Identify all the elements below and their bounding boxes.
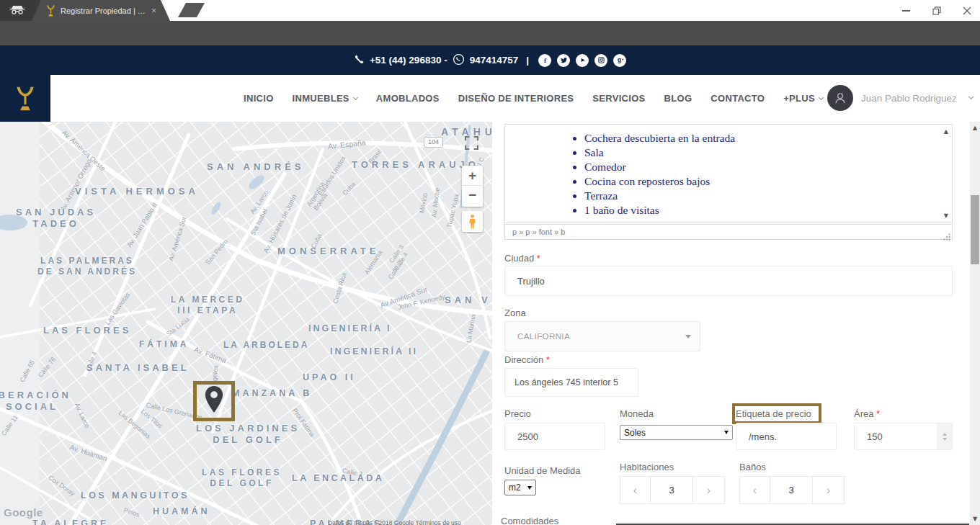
- unidad-medida-label: Unidad de Medida: [504, 465, 581, 476]
- map-area-label: SAN ANDRÉS: [207, 161, 304, 173]
- nav-item-inmuebles[interactable]: INMUEBLES: [293, 93, 357, 104]
- habitaciones-increment-button[interactable]: ›: [692, 476, 725, 504]
- direccion-input[interactable]: [504, 368, 638, 397]
- zoom-in-button[interactable]: +: [462, 166, 483, 186]
- nav-item-contacto[interactable]: CONTACTO: [710, 93, 765, 104]
- map-area-label: LOS MANGUITOS: [81, 490, 190, 502]
- window-restore-button[interactable]: [929, 4, 945, 17]
- svg-text:f: f: [544, 57, 547, 64]
- editor-list-item: Comedor: [584, 160, 952, 174]
- map-area-label: LAS FLORES: [43, 325, 131, 336]
- ciudad-input[interactable]: [504, 266, 953, 296]
- tab-title: Registrar Propiedad | INM: [61, 6, 146, 15]
- map-area-label: UPAO II: [303, 372, 356, 384]
- map-area-label: FÁTIMA: [139, 339, 189, 350]
- nav-item--plus[interactable]: +PLUS: [783, 93, 823, 104]
- nav-item-servicios[interactable]: SERVICIOS: [592, 93, 645, 104]
- number-spinner[interactable]: [937, 423, 952, 449]
- scrollbar-up-icon[interactable]: ▲: [970, 125, 980, 131]
- user-menu[interactable]: Juan Pablo Rodriguez: [827, 85, 973, 111]
- zona-select[interactable]: CALIFORNIA: [504, 321, 700, 351]
- nav-item-amoblados[interactable]: AMOBLADOS: [376, 93, 440, 104]
- facebook-icon[interactable]: f: [538, 54, 551, 67]
- editor-list-item: 1 baño de visitas: [584, 203, 952, 217]
- etiqueta-precio-input[interactable]: [736, 423, 837, 450]
- map-area-label: TORRES ARAUJO: [352, 159, 479, 171]
- tab-close-icon[interactable]: ×: [151, 6, 156, 15]
- map-area-label: LA ENCALADA: [292, 473, 384, 485]
- svg-text:+: +: [621, 57, 623, 61]
- whatsapp-icon: [453, 53, 465, 68]
- google-watermark: Google: [4, 506, 43, 519]
- banos-stepper: ‹ 3 ›: [739, 476, 845, 504]
- chevron-down-icon: [353, 94, 358, 99]
- editor-scroll-up-icon[interactable]: ▲: [944, 128, 948, 135]
- scrollbar-thumb[interactable]: [971, 195, 979, 264]
- twitter-icon[interactable]: [557, 54, 570, 67]
- map-area-label: IBERACIÓN SOCIAL: [0, 390, 71, 413]
- fullscreen-icon[interactable]: [465, 136, 479, 151]
- banos-label: Baños: [739, 462, 766, 472]
- map-area-label: LOS JARDINES DEL GOLF: [196, 423, 300, 447]
- googleplus-icon[interactable]: g+: [613, 54, 626, 67]
- topbar-separator: |: [526, 55, 529, 66]
- scrollbar-down-icon[interactable]: ▼: [970, 516, 980, 522]
- nav-item-dise-o-de-interiores[interactable]: DISEÑO DE INTERIORES: [458, 93, 574, 104]
- map-area-label: TA ALEGRE: [32, 519, 109, 525]
- banos-increment-button[interactable]: ›: [812, 476, 845, 504]
- map-area-label: LAS FLORES DEL GOLF: [202, 467, 282, 489]
- direccion-label: Dirección *: [504, 354, 550, 365]
- select-caret-icon: [724, 431, 729, 434]
- map-canvas[interactable]: Av. América OesteAv. Antenor OrregoAv. E…: [0, 122, 492, 525]
- banos-value: 3: [770, 476, 813, 504]
- habitaciones-decrement-button[interactable]: ‹: [620, 476, 651, 504]
- editor-list-item: Terraza: [584, 189, 952, 203]
- area-label: Área *: [854, 408, 880, 419]
- habitaciones-stepper: ‹ 3 ›: [620, 476, 725, 504]
- whatsapp-number[interactable]: 947414757: [470, 55, 519, 66]
- incognito-icon: [9, 4, 26, 17]
- map-area-label: MONSERRATE: [277, 246, 379, 257]
- avatar: [827, 85, 853, 111]
- zona-label: Zona: [504, 308, 526, 318]
- svg-text:g: g: [618, 57, 621, 63]
- zoom-out-button[interactable]: −: [462, 186, 483, 206]
- site-logo[interactable]: [0, 75, 50, 122]
- page-scrollbar[interactable]: ▲ ▼: [970, 122, 980, 525]
- precio-input[interactable]: [504, 423, 605, 450]
- nav-item-blog[interactable]: BLOG: [664, 93, 692, 104]
- editor-resize-grip[interactable]: [943, 230, 950, 238]
- editor-list-item: Cochera descubierta en la entrada: [584, 131, 952, 145]
- pegman-button[interactable]: [462, 211, 483, 232]
- precio-label: Precio: [504, 408, 531, 419]
- site-favicon: [46, 5, 55, 17]
- window-close-button[interactable]: [959, 4, 975, 17]
- browser-tab[interactable]: Registrar Propiedad | INM ×: [32, 0, 170, 21]
- map-area-label: LA ARBOLEDA: [223, 340, 309, 351]
- map-area-label: INGENIERÍA II: [330, 346, 418, 358]
- map-area-label: LAS PALMERAS DE SAN ANDRÉS: [37, 256, 137, 277]
- map-area-label: SAN V: [445, 295, 491, 306]
- editor-list-item: Cocina con reposteros bajos: [584, 174, 952, 189]
- chalice-logo-icon: [15, 86, 35, 112]
- instagram-icon[interactable]: [594, 54, 607, 67]
- site-topbar: +51 (44) 296830 - 947414757 | fg+: [0, 45, 980, 75]
- new-tab-button[interactable]: [178, 3, 205, 17]
- description-editor[interactable]: Cochera descubierta en la entradaSalaCom…: [504, 124, 953, 223]
- phone-icon: [354, 54, 365, 67]
- editor-scroll-down-icon[interactable]: ▼: [944, 212, 948, 219]
- etiqueta-highlight-box: [732, 403, 821, 424]
- editor-list-item: Sala: [584, 145, 952, 160]
- map-area-label: SANTA ISABEL: [86, 362, 190, 374]
- window-minimize-button[interactable]: [898, 4, 914, 17]
- property-form: Cochera descubierta en la entradaSalaCom…: [492, 122, 970, 525]
- youtube-icon[interactable]: [576, 54, 589, 67]
- ciudad-label: Ciudad *: [504, 253, 540, 264]
- nav-item-inicio[interactable]: INICIO: [244, 93, 274, 104]
- phone-number[interactable]: +51 (44) 296830 -: [370, 55, 447, 66]
- banos-decrement-button[interactable]: ‹: [739, 476, 770, 504]
- unidad-select[interactable]: m2: [504, 480, 536, 495]
- moneda-select[interactable]: Soles: [620, 425, 733, 440]
- comodidades-label: Comodidades: [501, 516, 558, 525]
- map-area-label: INGENIERÍA I: [308, 323, 391, 335]
